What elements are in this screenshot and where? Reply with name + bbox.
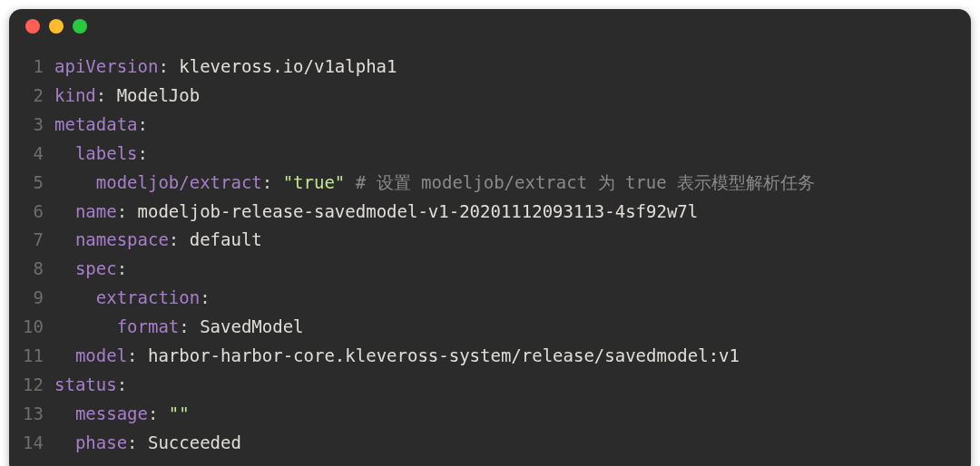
code-line: 7 namespace: default (9, 226, 971, 255)
token-key: extraction (54, 287, 200, 307)
code-line: 14 phase: Succeeded (9, 429, 971, 458)
code-line: 2kind: ModelJob (9, 82, 971, 111)
token-value: ModelJob (117, 85, 201, 105)
token-key: spec (54, 258, 117, 278)
token-punct: : (127, 345, 148, 365)
token-punct: : (169, 229, 190, 249)
token-punct: : (96, 85, 117, 105)
token-punct: : (158, 56, 179, 76)
code-line: 6 name: modeljob-release-savedmodel-v1-2… (9, 198, 971, 227)
token-punct: : (200, 287, 210, 307)
line-number: 8 (9, 255, 54, 284)
token-key: model (54, 345, 127, 365)
token-key: namespace (54, 229, 169, 249)
token-punct: : (148, 403, 169, 423)
maximize-icon[interactable] (73, 19, 87, 34)
token-key: apiVersion (54, 56, 158, 76)
token-key: metadata (54, 114, 138, 134)
token-key: format (54, 316, 179, 336)
line-number: 5 (9, 169, 54, 198)
token-punct: : (117, 374, 127, 394)
token-punct: : (127, 432, 148, 452)
token-value: SavedModel (200, 316, 303, 336)
code-content[interactable]: namespace: default (54, 226, 971, 255)
token-key: modeljob/extract (54, 172, 262, 192)
token-value: Succeeded (148, 432, 241, 452)
token-key: labels (54, 143, 138, 163)
code-content[interactable]: status: (54, 371, 971, 400)
token-value: modeljob-release-savedmodel-v1-202011120… (138, 201, 699, 221)
line-number: 3 (9, 111, 54, 140)
code-content[interactable]: model: harbor-harbor-core.kleveross-syst… (54, 342, 971, 371)
code-content[interactable]: modeljob/extract: "true" # 设置 modeljob/e… (54, 169, 971, 198)
code-content[interactable]: spec: (54, 255, 971, 284)
code-content[interactable]: apiVersion: kleveross.io/v1alpha1 (54, 53, 971, 82)
line-number: 10 (9, 313, 54, 342)
code-content[interactable]: labels: (54, 140, 971, 169)
token-punct: : (262, 172, 283, 192)
line-number: 12 (9, 371, 54, 400)
minimize-icon[interactable] (49, 19, 64, 34)
token-key: name (54, 201, 117, 221)
token-key: status (54, 374, 117, 394)
line-number: 6 (9, 198, 54, 227)
token-punct: : (179, 316, 200, 336)
line-number: 7 (9, 226, 54, 255)
line-number: 14 (9, 429, 54, 458)
line-number: 4 (9, 140, 54, 169)
line-number: 1 (9, 53, 54, 82)
token-value: kleveross.io/v1alpha1 (179, 56, 397, 76)
line-number: 11 (9, 342, 54, 371)
code-line: 10 format: SavedModel (9, 313, 971, 342)
code-line: 4 labels: (9, 140, 971, 169)
token-comment: # 设置 modeljob/extract 为 true 表示模型解析任务 (345, 172, 815, 192)
line-number: 2 (9, 82, 54, 111)
code-content[interactable]: format: SavedModel (54, 313, 971, 342)
token-key: message (54, 403, 148, 423)
code-line: 11 model: harbor-harbor-core.kleveross-s… (9, 342, 971, 371)
close-icon[interactable] (25, 19, 40, 34)
code-line: 8 spec: (9, 255, 971, 284)
code-content[interactable]: extraction: (54, 284, 971, 313)
code-line: 13 message: "" (9, 400, 971, 429)
code-line: 12status: (9, 371, 971, 400)
code-line: 1apiVersion: kleveross.io/v1alpha1 (9, 53, 971, 82)
line-number: 9 (9, 284, 54, 313)
token-value: default (190, 229, 262, 249)
titlebar (9, 9, 971, 44)
token-key: kind (54, 85, 96, 105)
token-punct: : (138, 114, 148, 134)
code-content[interactable]: metadata: (54, 111, 971, 140)
code-line: 3metadata: (9, 111, 971, 140)
code-line: 9 extraction: (9, 284, 971, 313)
code-content[interactable]: name: modeljob-release-savedmodel-v1-202… (54, 198, 971, 227)
code-content[interactable]: phase: Succeeded (54, 429, 971, 458)
line-number: 13 (9, 400, 54, 429)
code-content[interactable]: kind: ModelJob (54, 82, 971, 111)
token-punct: : (138, 143, 148, 163)
code-window: 1apiVersion: kleveross.io/v1alpha12kind:… (9, 9, 971, 466)
code-line: 5 modeljob/extract: "true" # 设置 modeljob… (9, 169, 971, 198)
token-key: phase (54, 432, 127, 452)
token-punct: : (117, 258, 127, 278)
code-area[interactable]: 1apiVersion: kleveross.io/v1alpha12kind:… (9, 44, 971, 466)
token-string: "true" (283, 172, 346, 192)
code-content[interactable]: message: "" (54, 400, 971, 429)
token-string: "" (169, 403, 190, 423)
token-value: harbor-harbor-core.kleveross-system/rele… (148, 345, 740, 365)
token-punct: : (117, 201, 138, 221)
